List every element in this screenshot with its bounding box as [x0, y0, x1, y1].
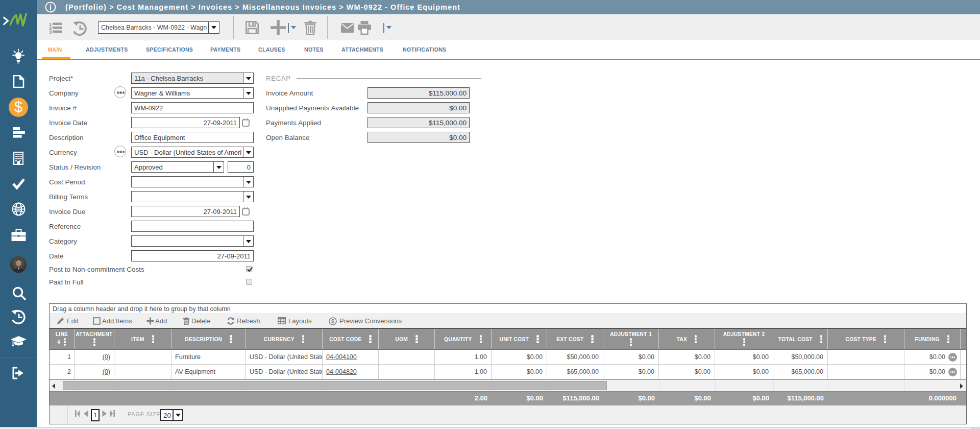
- svg-text:3: 3: [49, 29, 52, 34]
- svg-text:$: $: [331, 318, 334, 324]
